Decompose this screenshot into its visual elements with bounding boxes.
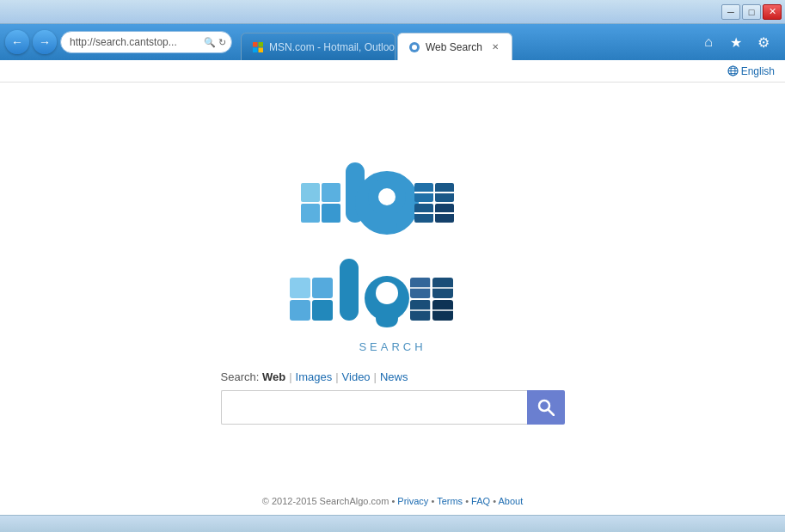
- status-bar: [0, 515, 785, 532]
- svg-rect-30: [312, 300, 333, 321]
- address-text: http://search.cantstop...: [70, 36, 177, 48]
- favorites-button[interactable]: ★: [725, 31, 747, 53]
- tab-websearch[interactable]: Web Search ✕: [397, 33, 512, 60]
- globe-icon: [727, 65, 739, 76]
- window-controls: ─ □ ✕: [721, 4, 782, 20]
- algo-logo: [277, 138, 509, 250]
- svg-point-33: [376, 282, 398, 304]
- search-type-label: Search:: [221, 370, 260, 383]
- settings-button[interactable]: ⚙: [752, 31, 775, 53]
- toolbar-right: ⌂ ★ ⚙: [697, 31, 780, 53]
- back-button[interactable]: ←: [5, 30, 29, 54]
- logo-container: SEARCH: [273, 138, 513, 353]
- search-types: Search: Web | Images | Video | News: [221, 370, 408, 383]
- forward-button[interactable]: →: [33, 30, 57, 54]
- svg-rect-0: [253, 42, 258, 47]
- footer-copyright: © 2012-2015 SearchAlgo.com: [262, 496, 389, 506]
- english-bar: English: [0, 60, 785, 83]
- footer-about[interactable]: About: [498, 496, 523, 506]
- svg-rect-35: [376, 304, 398, 311]
- page-content: SEARCH Search: Web | Images | Video | Ne…: [0, 83, 785, 515]
- minimize-button[interactable]: ─: [721, 4, 740, 20]
- tabs-bar: MSN.com - Hotmail, Outlook, ... Web Sear…: [241, 24, 694, 60]
- search-icon: [537, 399, 555, 416]
- svg-point-18: [378, 188, 396, 205]
- address-bar[interactable]: http://search.cantstop... 🔍 ↻: [60, 31, 232, 53]
- tab-close-button[interactable]: ✕: [489, 41, 501, 53]
- svg-rect-3: [259, 47, 264, 52]
- search-button[interactable]: [527, 390, 565, 425]
- footer-faq[interactable]: FAQ: [471, 496, 490, 506]
- nav-bar: ← → http://search.cantstop... 🔍 ↻ MSN.co…: [0, 24, 785, 60]
- refresh-icon[interactable]: ↻: [218, 37, 226, 48]
- search-input[interactable]: [221, 390, 527, 425]
- search-type-web[interactable]: Web: [262, 370, 285, 383]
- msn-favicon: [252, 41, 264, 53]
- logo-search-text: SEARCH: [359, 340, 426, 353]
- svg-rect-27: [290, 278, 310, 298]
- footer-privacy[interactable]: Privacy: [397, 496, 428, 506]
- svg-point-5: [412, 45, 417, 50]
- title-bar: ─ □ ✕: [0, 0, 785, 24]
- footer-terms[interactable]: Terms: [437, 496, 463, 506]
- svg-rect-12: [322, 183, 340, 202]
- tab-msn[interactable]: MSN.com - Hotmail, Outlook, ...: [241, 33, 396, 60]
- searchalgo-logo: [273, 242, 513, 349]
- svg-rect-11: [301, 183, 320, 202]
- search-type-news[interactable]: News: [380, 370, 408, 383]
- tab-websearch-label: Web Search: [426, 41, 482, 53]
- search-addr-icon[interactable]: 🔍: [204, 37, 216, 48]
- english-link[interactable]: English: [727, 65, 775, 77]
- svg-rect-29: [290, 300, 310, 321]
- search-input-row: [221, 390, 565, 425]
- svg-rect-13: [301, 204, 320, 223]
- svg-rect-2: [253, 47, 258, 52]
- svg-rect-28: [312, 278, 333, 298]
- address-icons: 🔍 ↻: [204, 37, 226, 48]
- tab-msn-label: MSN.com - Hotmail, Outlook, ...: [269, 41, 396, 53]
- page-footer: © 2012-2015 SearchAlgo.com • Privacy • T…: [0, 496, 785, 506]
- svg-rect-31: [340, 259, 359, 321]
- close-button[interactable]: ✕: [763, 4, 782, 20]
- svg-rect-1: [259, 42, 264, 47]
- svg-line-44: [549, 410, 554, 415]
- maximize-button[interactable]: □: [742, 4, 761, 20]
- home-button[interactable]: ⌂: [697, 31, 720, 53]
- websearch-favicon: [408, 41, 420, 53]
- search-section: Search: Web | Images | Video | News: [221, 370, 565, 425]
- search-type-images[interactable]: Images: [296, 370, 333, 383]
- browser-window: ─ □ ✕ ← → http://search.cantstop... 🔍 ↻: [0, 0, 785, 532]
- svg-rect-14: [322, 204, 340, 223]
- svg-rect-19: [377, 205, 396, 223]
- search-type-video[interactable]: Video: [342, 370, 371, 383]
